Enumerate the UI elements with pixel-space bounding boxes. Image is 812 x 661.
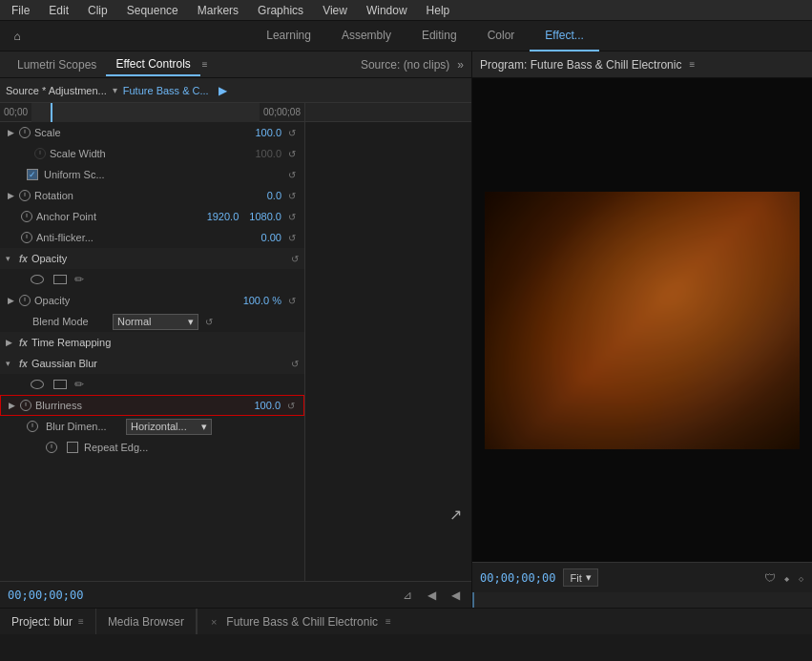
rotation-stopwatch[interactable] xyxy=(19,190,31,201)
panel-menu-icon[interactable]: ≡ xyxy=(202,59,208,70)
timeline-menu-icon[interactable]: ≡ xyxy=(385,616,391,627)
project-menu-icon[interactable]: ≡ xyxy=(78,616,84,627)
program-timeline-scrubber[interactable] xyxy=(472,592,812,608)
blend-mode-chevron: ▾ xyxy=(188,316,194,328)
anchor-stopwatch[interactable] xyxy=(21,211,32,222)
timeline-ruler[interactable] xyxy=(31,103,260,122)
timeline-end: 00;00;08 xyxy=(260,107,304,117)
fit-label: Fit xyxy=(570,572,581,584)
blurriness-expand[interactable]: ▶ xyxy=(7,401,16,410)
source-dropdown-label[interactable]: Source * Adjustmen... xyxy=(6,85,107,96)
split-btn[interactable]: ⬦ xyxy=(798,571,804,585)
blurriness-reset[interactable]: ↺ xyxy=(284,399,298,412)
anti-flicker-value[interactable]: 0.00 xyxy=(261,232,281,243)
tab-color[interactable]: Color xyxy=(472,21,531,52)
scale-expand[interactable]: ▶ xyxy=(6,128,15,137)
gaussian-rect-tool[interactable] xyxy=(52,378,69,391)
anchor-value2[interactable]: 1080.0 xyxy=(249,211,281,222)
tab-lumetri-scopes[interactable]: Lumetri Scopes xyxy=(8,54,106,75)
gaussian-ellipse-tool[interactable] xyxy=(29,378,46,391)
ellipse-shape-icon xyxy=(31,275,44,284)
repeat-edge-checkbox[interactable] xyxy=(67,442,78,453)
project-tab[interactable]: Project: blur ≡ xyxy=(0,609,96,634)
source-play-button[interactable]: ▶ xyxy=(219,84,227,97)
anchor-value1[interactable]: 1920.0 xyxy=(207,211,239,222)
opacity-fx-badge: fx xyxy=(19,254,28,264)
uniform-scale-reset[interactable]: ↺ xyxy=(285,168,299,181)
opacity-value-expand[interactable]: ▶ xyxy=(6,296,15,305)
uniform-scale-checkbox[interactable] xyxy=(27,169,38,180)
opacity-label: Opacity xyxy=(31,253,287,264)
menu-clip[interactable]: Clip xyxy=(84,2,112,19)
tab-assembly[interactable]: Assembly xyxy=(326,21,406,52)
media-browser-tab[interactable]: Media Browser xyxy=(96,609,197,634)
pen-tool[interactable]: ✏ xyxy=(74,273,84,286)
menu-file[interactable]: File xyxy=(8,2,33,19)
scale-reset[interactable]: ↺ xyxy=(285,126,299,139)
blur-dim-dropdown[interactable]: Horizontal... ▾ xyxy=(126,419,212,435)
rotation-expand[interactable]: ▶ xyxy=(6,191,15,200)
rect-shape-icon xyxy=(53,275,67,284)
blend-mode-dropdown[interactable]: Normal ▾ xyxy=(113,314,198,330)
menu-graphics[interactable]: Graphics xyxy=(254,2,307,19)
gaussian-expand[interactable]: ▾ xyxy=(6,359,15,368)
scale-value[interactable]: 100.0 xyxy=(255,127,281,138)
ec-bottom-controls: ⊿ ◀ ◀ xyxy=(399,587,464,604)
ellipse-tool[interactable] xyxy=(29,273,46,286)
source-dropdown-chevron[interactable]: ▾ xyxy=(113,85,117,95)
anchor-reset[interactable]: ↺ xyxy=(285,210,299,223)
menu-help[interactable]: Help xyxy=(423,2,454,19)
opacity-tools: ✏ xyxy=(0,269,304,290)
home-button[interactable]: ⌂ xyxy=(4,23,31,50)
anti-flicker-reset[interactable]: ↺ xyxy=(285,231,299,244)
menu-markers[interactable]: Markers xyxy=(194,2,242,19)
program-menu-icon[interactable]: ≡ xyxy=(689,59,695,70)
expand-button[interactable]: » xyxy=(457,58,464,72)
blurriness-stopwatch[interactable] xyxy=(20,400,31,411)
uniform-scale-label: Uniform Sc... xyxy=(44,169,280,180)
opacity-section: ▾ fx Opacity ↺ xyxy=(0,248,304,269)
blur-dim-stopwatch[interactable] xyxy=(27,421,38,432)
opacity-expand[interactable]: ▾ xyxy=(6,254,15,263)
gaussian-pen-tool[interactable]: ✏ xyxy=(74,378,84,391)
timeline-label: Future Bass & Chill Electronic xyxy=(226,615,378,629)
menu-view[interactable]: View xyxy=(319,2,351,19)
filter-button[interactable]: ⊿ xyxy=(399,587,416,604)
shield-btn[interactable]: 🛡 xyxy=(764,571,776,585)
menu-edit[interactable]: Edit xyxy=(45,2,73,19)
rotation-label: Rotation xyxy=(34,190,263,201)
scale-stopwatch[interactable] xyxy=(19,127,31,138)
prev-keyframe-button[interactable]: ◀ xyxy=(424,587,440,604)
rotation-value[interactable]: 0.0 xyxy=(267,190,281,201)
source-clip-name[interactable]: Future Bass & C... xyxy=(123,85,209,96)
scale-width-expand xyxy=(21,149,31,158)
menu-sequence[interactable]: Sequence xyxy=(123,2,182,19)
tab-editing[interactable]: Editing xyxy=(406,21,472,52)
opacity-value[interactable]: 100.0 % xyxy=(243,295,281,306)
repeat-edge-stopwatch[interactable] xyxy=(46,442,57,453)
scale-label: Scale xyxy=(34,127,251,138)
opacity-reset[interactable]: ↺ xyxy=(285,294,299,307)
anchor-separator xyxy=(242,211,245,222)
blurriness-value[interactable]: 100.0 xyxy=(254,400,281,411)
next-keyframe-button[interactable]: ◀ xyxy=(448,587,464,604)
scale-width-stopwatch[interactable] xyxy=(34,148,46,159)
rotation-reset[interactable]: ↺ xyxy=(285,189,299,202)
rect-tool[interactable] xyxy=(52,273,69,286)
tab-effects[interactable]: Effect... xyxy=(530,21,598,52)
fit-dropdown[interactable]: Fit ▾ xyxy=(563,568,597,587)
anti-flicker-stopwatch[interactable] xyxy=(21,232,32,243)
blend-mode-reset[interactable]: ↺ xyxy=(202,315,216,328)
gaussian-label: Gaussian Blur xyxy=(31,358,287,369)
timeline-close-btn[interactable]: × xyxy=(209,614,219,630)
opacity-section-reset[interactable]: ↺ xyxy=(291,254,299,264)
tab-learning[interactable]: Learning xyxy=(251,21,326,52)
tab-effect-controls[interactable]: Effect Controls xyxy=(106,53,199,76)
gaussian-reset[interactable]: ↺ xyxy=(291,359,299,369)
time-remapping-expand[interactable]: ▶ xyxy=(6,338,15,347)
opacity-stopwatch[interactable] xyxy=(19,295,31,306)
scale-width-reset[interactable]: ↺ xyxy=(285,147,299,160)
menu-window[interactable]: Window xyxy=(363,2,411,19)
audio-btn[interactable]: ⬥ xyxy=(783,571,790,585)
bottom-panels: Project: blur ≡ Media Browser × Future B… xyxy=(0,608,812,634)
